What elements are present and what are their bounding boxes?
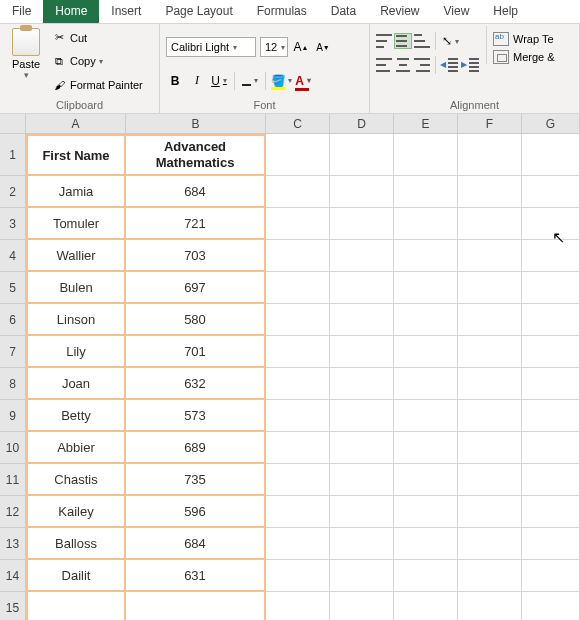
column-header-F[interactable]: F (458, 114, 522, 134)
column-header-D[interactable]: D (330, 114, 394, 134)
select-all-corner[interactable] (0, 114, 26, 134)
cell-C11[interactable] (266, 464, 330, 496)
cell-G11[interactable] (522, 464, 580, 496)
cell-D5[interactable] (330, 272, 394, 304)
chevron-down-icon[interactable]: ▾ (233, 43, 237, 52)
cell-G3[interactable] (522, 208, 580, 240)
cell-B7[interactable]: 701 (126, 336, 266, 368)
row-header-1[interactable]: 1 (0, 134, 26, 176)
row-header-6[interactable]: 6 (0, 304, 26, 336)
cell-B2[interactable]: 684 (126, 176, 266, 208)
cell-B9[interactable]: 573 (126, 400, 266, 432)
column-header-E[interactable]: E (394, 114, 458, 134)
cell-F6[interactable] (458, 304, 522, 336)
cell-B12[interactable]: 596 (126, 496, 266, 528)
bold-button[interactable]: B (166, 72, 184, 90)
menu-page-layout[interactable]: Page Layout (153, 0, 244, 23)
cell-F2[interactable] (458, 176, 522, 208)
align-left-button[interactable] (376, 58, 392, 72)
cell-B13[interactable]: 684 (126, 528, 266, 560)
cell-F14[interactable] (458, 560, 522, 592)
cell-D4[interactable] (330, 240, 394, 272)
cell-G14[interactable] (522, 560, 580, 592)
cell-E13[interactable] (394, 528, 458, 560)
cell-F11[interactable] (458, 464, 522, 496)
chevron-down-icon[interactable]: ▾ (99, 57, 103, 66)
cell-C15[interactable] (266, 592, 330, 620)
increase-indent-button[interactable] (462, 56, 480, 74)
font-size-combo[interactable]: 12 ▾ (260, 37, 288, 57)
cell-F12[interactable] (458, 496, 522, 528)
menu-insert[interactable]: Insert (99, 0, 153, 23)
cell-A14[interactable]: Dailit (26, 560, 126, 592)
cell-E4[interactable] (394, 240, 458, 272)
cell-D8[interactable] (330, 368, 394, 400)
cell-B14[interactable]: 631 (126, 560, 266, 592)
cell-A1[interactable]: First Name (26, 134, 126, 176)
cell-E1[interactable] (394, 134, 458, 176)
font-name-combo[interactable]: Calibri Light ▾ (166, 37, 256, 57)
cell-E3[interactable] (394, 208, 458, 240)
menu-data[interactable]: Data (319, 0, 368, 23)
cell-A11[interactable]: Chastis (26, 464, 126, 496)
cell-E2[interactable] (394, 176, 458, 208)
cell-F8[interactable] (458, 368, 522, 400)
font-color-button[interactable]: A▾ (294, 72, 312, 90)
decrease-indent-button[interactable] (441, 56, 459, 74)
cell-C5[interactable] (266, 272, 330, 304)
cell-G5[interactable] (522, 272, 580, 304)
cell-G6[interactable] (522, 304, 580, 336)
cell-G10[interactable] (522, 432, 580, 464)
cell-E7[interactable] (394, 336, 458, 368)
cell-A8[interactable]: Joan (26, 368, 126, 400)
cell-G12[interactable] (522, 496, 580, 528)
cell-D3[interactable] (330, 208, 394, 240)
cell-A5[interactable]: Bulen (26, 272, 126, 304)
cell-G4[interactable] (522, 240, 580, 272)
cell-G13[interactable] (522, 528, 580, 560)
cell-C3[interactable] (266, 208, 330, 240)
cell-G15[interactable] (522, 592, 580, 620)
cell-B15[interactable] (126, 592, 266, 620)
cell-F5[interactable] (458, 272, 522, 304)
cell-C2[interactable] (266, 176, 330, 208)
align-right-button[interactable] (414, 58, 430, 72)
cell-F10[interactable] (458, 432, 522, 464)
cell-G1[interactable] (522, 134, 580, 176)
cell-E11[interactable] (394, 464, 458, 496)
row-header-13[interactable]: 13 (0, 528, 26, 560)
cell-C12[interactable] (266, 496, 330, 528)
cell-A15[interactable] (26, 592, 126, 620)
cell-C9[interactable] (266, 400, 330, 432)
cell-D12[interactable] (330, 496, 394, 528)
align-middle-button[interactable] (395, 34, 411, 48)
cell-E15[interactable] (394, 592, 458, 620)
column-header-B[interactable]: B (126, 114, 266, 134)
cell-D9[interactable] (330, 400, 394, 432)
row-header-10[interactable]: 10 (0, 432, 26, 464)
orientation-button[interactable]: ⤡▾ (441, 32, 459, 50)
cell-A3[interactable]: Tomuler (26, 208, 126, 240)
cell-A7[interactable]: Lily (26, 336, 126, 368)
cell-G8[interactable] (522, 368, 580, 400)
cell-D7[interactable] (330, 336, 394, 368)
column-header-A[interactable]: A (26, 114, 126, 134)
cell-C8[interactable] (266, 368, 330, 400)
row-header-12[interactable]: 12 (0, 496, 26, 528)
cell-B11[interactable]: 735 (126, 464, 266, 496)
row-header-4[interactable]: 4 (0, 240, 26, 272)
row-header-14[interactable]: 14 (0, 560, 26, 592)
cell-A12[interactable]: Kailey (26, 496, 126, 528)
align-center-button[interactable] (395, 58, 411, 72)
cell-D6[interactable] (330, 304, 394, 336)
cell-E10[interactable] (394, 432, 458, 464)
row-header-11[interactable]: 11 (0, 464, 26, 496)
cell-F1[interactable] (458, 134, 522, 176)
cell-B6[interactable]: 580 (126, 304, 266, 336)
cell-C10[interactable] (266, 432, 330, 464)
cell-B8[interactable]: 632 (126, 368, 266, 400)
cell-F13[interactable] (458, 528, 522, 560)
cell-G7[interactable] (522, 336, 580, 368)
decrease-font-button[interactable]: A▼ (314, 38, 332, 56)
cell-E6[interactable] (394, 304, 458, 336)
